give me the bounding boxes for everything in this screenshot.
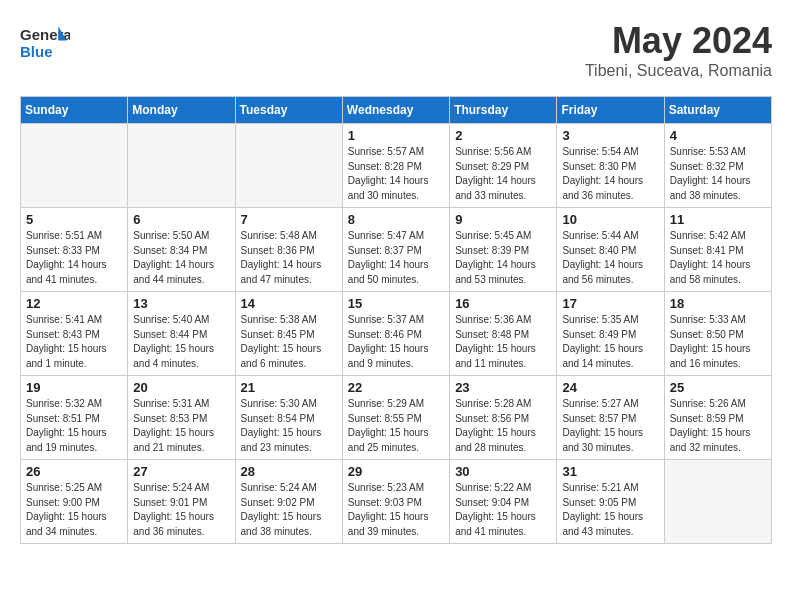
day-number: 8 <box>348 212 444 227</box>
calendar-cell: 24Sunrise: 5:27 AM Sunset: 8:57 PM Dayli… <box>557 376 664 460</box>
day-info: Sunrise: 5:28 AM Sunset: 8:56 PM Dayligh… <box>455 397 551 455</box>
day-info: Sunrise: 5:51 AM Sunset: 8:33 PM Dayligh… <box>26 229 122 287</box>
day-number: 5 <box>26 212 122 227</box>
calendar-cell: 26Sunrise: 5:25 AM Sunset: 9:00 PM Dayli… <box>21 460 128 544</box>
svg-text:Blue: Blue <box>20 43 53 60</box>
calendar-cell: 28Sunrise: 5:24 AM Sunset: 9:02 PM Dayli… <box>235 460 342 544</box>
calendar-table: SundayMondayTuesdayWednesdayThursdayFrid… <box>20 96 772 544</box>
calendar-header-row: SundayMondayTuesdayWednesdayThursdayFrid… <box>21 97 772 124</box>
day-number: 13 <box>133 296 229 311</box>
calendar-cell: 13Sunrise: 5:40 AM Sunset: 8:44 PM Dayli… <box>128 292 235 376</box>
day-number: 16 <box>455 296 551 311</box>
logo: General Blue <box>20 20 70 70</box>
calendar-weekday-tuesday: Tuesday <box>235 97 342 124</box>
day-info: Sunrise: 5:40 AM Sunset: 8:44 PM Dayligh… <box>133 313 229 371</box>
calendar-cell: 16Sunrise: 5:36 AM Sunset: 8:48 PM Dayli… <box>450 292 557 376</box>
day-info: Sunrise: 5:24 AM Sunset: 9:01 PM Dayligh… <box>133 481 229 539</box>
day-number: 10 <box>562 212 658 227</box>
day-info: Sunrise: 5:31 AM Sunset: 8:53 PM Dayligh… <box>133 397 229 455</box>
logo-icon: General Blue <box>20 20 70 70</box>
day-number: 3 <box>562 128 658 143</box>
title-block: May 2024 Tibeni, Suceava, Romania <box>585 20 772 80</box>
month-title: May 2024 <box>585 20 772 62</box>
calendar-cell <box>128 124 235 208</box>
day-info: Sunrise: 5:41 AM Sunset: 8:43 PM Dayligh… <box>26 313 122 371</box>
day-number: 17 <box>562 296 658 311</box>
day-info: Sunrise: 5:38 AM Sunset: 8:45 PM Dayligh… <box>241 313 337 371</box>
calendar-cell: 14Sunrise: 5:38 AM Sunset: 8:45 PM Dayli… <box>235 292 342 376</box>
calendar-cell: 22Sunrise: 5:29 AM Sunset: 8:55 PM Dayli… <box>342 376 449 460</box>
page-header: General Blue May 2024 Tibeni, Suceava, R… <box>20 20 772 80</box>
calendar-cell: 23Sunrise: 5:28 AM Sunset: 8:56 PM Dayli… <box>450 376 557 460</box>
calendar-cell: 21Sunrise: 5:30 AM Sunset: 8:54 PM Dayli… <box>235 376 342 460</box>
location-subtitle: Tibeni, Suceava, Romania <box>585 62 772 80</box>
calendar-weekday-friday: Friday <box>557 97 664 124</box>
calendar-week-row: 19Sunrise: 5:32 AM Sunset: 8:51 PM Dayli… <box>21 376 772 460</box>
day-number: 29 <box>348 464 444 479</box>
day-info: Sunrise: 5:56 AM Sunset: 8:29 PM Dayligh… <box>455 145 551 203</box>
day-info: Sunrise: 5:53 AM Sunset: 8:32 PM Dayligh… <box>670 145 766 203</box>
day-number: 18 <box>670 296 766 311</box>
calendar-weekday-wednesday: Wednesday <box>342 97 449 124</box>
day-number: 22 <box>348 380 444 395</box>
calendar-week-row: 5Sunrise: 5:51 AM Sunset: 8:33 PM Daylig… <box>21 208 772 292</box>
calendar-cell: 7Sunrise: 5:48 AM Sunset: 8:36 PM Daylig… <box>235 208 342 292</box>
calendar-cell <box>235 124 342 208</box>
day-info: Sunrise: 5:42 AM Sunset: 8:41 PM Dayligh… <box>670 229 766 287</box>
day-number: 23 <box>455 380 551 395</box>
calendar-cell: 15Sunrise: 5:37 AM Sunset: 8:46 PM Dayli… <box>342 292 449 376</box>
calendar-cell: 20Sunrise: 5:31 AM Sunset: 8:53 PM Dayli… <box>128 376 235 460</box>
calendar-cell: 8Sunrise: 5:47 AM Sunset: 8:37 PM Daylig… <box>342 208 449 292</box>
calendar-weekday-thursday: Thursday <box>450 97 557 124</box>
day-number: 7 <box>241 212 337 227</box>
day-number: 26 <box>26 464 122 479</box>
day-number: 14 <box>241 296 337 311</box>
day-info: Sunrise: 5:35 AM Sunset: 8:49 PM Dayligh… <box>562 313 658 371</box>
calendar-cell <box>21 124 128 208</box>
calendar-cell: 27Sunrise: 5:24 AM Sunset: 9:01 PM Dayli… <box>128 460 235 544</box>
day-info: Sunrise: 5:22 AM Sunset: 9:04 PM Dayligh… <box>455 481 551 539</box>
calendar-weekday-sunday: Sunday <box>21 97 128 124</box>
day-info: Sunrise: 5:29 AM Sunset: 8:55 PM Dayligh… <box>348 397 444 455</box>
day-number: 6 <box>133 212 229 227</box>
day-info: Sunrise: 5:30 AM Sunset: 8:54 PM Dayligh… <box>241 397 337 455</box>
day-info: Sunrise: 5:48 AM Sunset: 8:36 PM Dayligh… <box>241 229 337 287</box>
day-info: Sunrise: 5:25 AM Sunset: 9:00 PM Dayligh… <box>26 481 122 539</box>
day-number: 21 <box>241 380 337 395</box>
calendar-cell: 4Sunrise: 5:53 AM Sunset: 8:32 PM Daylig… <box>664 124 771 208</box>
day-info: Sunrise: 5:21 AM Sunset: 9:05 PM Dayligh… <box>562 481 658 539</box>
day-info: Sunrise: 5:27 AM Sunset: 8:57 PM Dayligh… <box>562 397 658 455</box>
calendar-weekday-saturday: Saturday <box>664 97 771 124</box>
day-info: Sunrise: 5:36 AM Sunset: 8:48 PM Dayligh… <box>455 313 551 371</box>
calendar-cell: 6Sunrise: 5:50 AM Sunset: 8:34 PM Daylig… <box>128 208 235 292</box>
calendar-week-row: 26Sunrise: 5:25 AM Sunset: 9:00 PM Dayli… <box>21 460 772 544</box>
calendar-cell: 29Sunrise: 5:23 AM Sunset: 9:03 PM Dayli… <box>342 460 449 544</box>
calendar-cell: 10Sunrise: 5:44 AM Sunset: 8:40 PM Dayli… <box>557 208 664 292</box>
calendar-week-row: 1Sunrise: 5:57 AM Sunset: 8:28 PM Daylig… <box>21 124 772 208</box>
calendar-cell: 25Sunrise: 5:26 AM Sunset: 8:59 PM Dayli… <box>664 376 771 460</box>
day-number: 25 <box>670 380 766 395</box>
day-info: Sunrise: 5:50 AM Sunset: 8:34 PM Dayligh… <box>133 229 229 287</box>
calendar-cell: 17Sunrise: 5:35 AM Sunset: 8:49 PM Dayli… <box>557 292 664 376</box>
day-number: 24 <box>562 380 658 395</box>
day-number: 19 <box>26 380 122 395</box>
day-info: Sunrise: 5:26 AM Sunset: 8:59 PM Dayligh… <box>670 397 766 455</box>
day-number: 31 <box>562 464 658 479</box>
day-number: 9 <box>455 212 551 227</box>
calendar-cell: 18Sunrise: 5:33 AM Sunset: 8:50 PM Dayli… <box>664 292 771 376</box>
day-info: Sunrise: 5:37 AM Sunset: 8:46 PM Dayligh… <box>348 313 444 371</box>
day-number: 2 <box>455 128 551 143</box>
day-number: 28 <box>241 464 337 479</box>
day-number: 30 <box>455 464 551 479</box>
day-number: 1 <box>348 128 444 143</box>
day-number: 20 <box>133 380 229 395</box>
day-info: Sunrise: 5:47 AM Sunset: 8:37 PM Dayligh… <box>348 229 444 287</box>
day-number: 4 <box>670 128 766 143</box>
day-info: Sunrise: 5:45 AM Sunset: 8:39 PM Dayligh… <box>455 229 551 287</box>
day-info: Sunrise: 5:57 AM Sunset: 8:28 PM Dayligh… <box>348 145 444 203</box>
calendar-cell: 31Sunrise: 5:21 AM Sunset: 9:05 PM Dayli… <box>557 460 664 544</box>
calendar-cell: 11Sunrise: 5:42 AM Sunset: 8:41 PM Dayli… <box>664 208 771 292</box>
day-info: Sunrise: 5:44 AM Sunset: 8:40 PM Dayligh… <box>562 229 658 287</box>
calendar-week-row: 12Sunrise: 5:41 AM Sunset: 8:43 PM Dayli… <box>21 292 772 376</box>
calendar-cell <box>664 460 771 544</box>
